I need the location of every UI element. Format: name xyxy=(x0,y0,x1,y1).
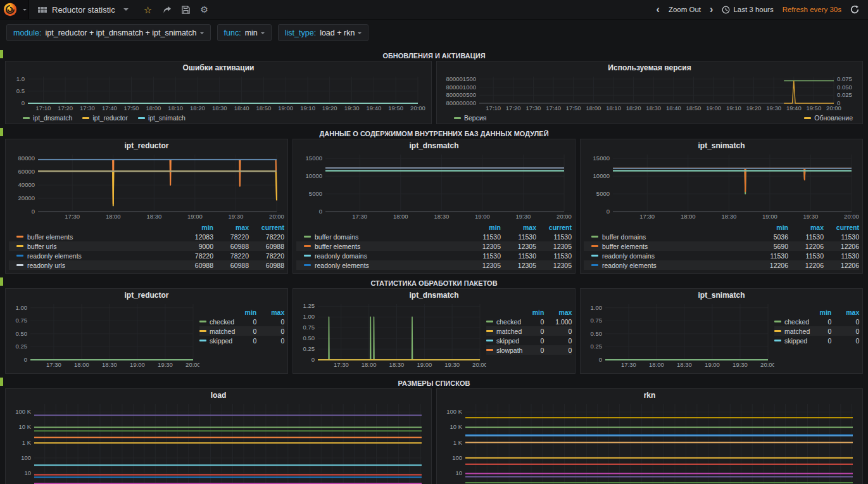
legend-item-label[interactable]: buffer domains xyxy=(296,233,465,241)
row-header-3[interactable]: РАЗМЕРЫ СПИСКОВ xyxy=(5,377,863,386)
legend-col-max[interactable]: max xyxy=(256,309,284,316)
legend-col-current[interactable]: current xyxy=(249,224,284,231)
legend-col-min[interactable]: min xyxy=(753,224,788,231)
legend-item-label[interactable]: checked xyxy=(486,318,522,326)
svg-text:18:30: 18:30 xyxy=(102,361,117,368)
dashboard-selector[interactable]: Reductor statistic xyxy=(29,0,137,19)
chart[interactable]: 1.251.000.750.500.25017:3018:0018:3019:0… xyxy=(296,301,486,369)
variable-list_type[interactable]: list_type:load + rkn xyxy=(278,24,369,41)
legend-item-label[interactable]: readonly domains xyxy=(296,252,465,260)
star-icon[interactable]: ☆ xyxy=(144,5,152,15)
svg-text:19:10: 19:10 xyxy=(726,105,741,111)
row-header-0[interactable]: ОБНОВЛЕНИЯ И АКТИВАЦИЯ xyxy=(5,49,863,59)
panel-title[interactable]: rkn xyxy=(440,390,859,401)
share-icon[interactable] xyxy=(162,6,172,14)
legend-col-min[interactable]: min xyxy=(178,224,213,231)
legend-item-label[interactable]: readonly domains xyxy=(584,252,753,260)
legend-col-current[interactable]: current xyxy=(536,224,572,231)
chart-canvas[interactable]: 1.000.750.500.25017:3018:0018:3019:0019:… xyxy=(9,301,199,369)
panel-title[interactable]: Используемая версия xyxy=(440,63,859,73)
sidemenu-toggle[interactable] xyxy=(0,0,29,19)
legend-item-label[interactable]: buffer elements xyxy=(296,243,465,250)
gear-icon[interactable]: ⚙ xyxy=(200,5,208,14)
legend-item-label[interactable]: readonly elements xyxy=(9,252,178,260)
zoom-out-button[interactable]: Zoom Out xyxy=(669,6,701,13)
svg-text:60000: 60000 xyxy=(18,168,35,175)
chart[interactable]: 1.00.5017:1017:2017:3017:4017:5018:0018:… xyxy=(9,73,428,113)
legend-swatch xyxy=(486,330,493,332)
panel-title[interactable]: ipt_snimatch xyxy=(584,290,859,301)
legend-item-label[interactable]: matched xyxy=(774,328,810,335)
chart-canvas[interactable]: 15000100005000017:3018:0018:3019:0019:30… xyxy=(296,151,572,221)
legend-item-label[interactable]: skipped xyxy=(774,337,810,345)
legend-item-label[interactable]: checked xyxy=(774,318,810,326)
legend-item-label[interactable]: readonly elements xyxy=(584,262,753,269)
panel-title[interactable]: ipt_dnsmatch xyxy=(296,141,572,151)
legend-item-label[interactable]: readonly elements xyxy=(296,262,465,269)
legend-col-max[interactable]: max xyxy=(213,224,249,231)
refresh-icon[interactable] xyxy=(850,5,859,14)
chart[interactable]: 15000100005000017:3018:0018:3019:0019:30… xyxy=(584,151,859,221)
row-header-2[interactable]: СТАТИСТИКА ОБРАБОТКИ ПАКЕТОВ xyxy=(5,277,863,286)
chart-canvas[interactable]: 80000600004000020000017:3018:0018:3019:0… xyxy=(9,151,284,221)
legend-value: 11530 xyxy=(501,233,536,241)
chart[interactable]: 100 K10 K1 K10010117:3018:0018:3019:0019… xyxy=(9,401,428,484)
panel-title[interactable]: ipt_reductor xyxy=(9,290,284,301)
legend-item-label[interactable]: slowpath xyxy=(486,347,522,354)
legend-col-min[interactable]: min xyxy=(235,309,256,316)
chart[interactable]: 8000015008000010008000005008000000000.07… xyxy=(440,73,859,113)
legend-col-min[interactable]: min xyxy=(465,224,501,231)
panel-title[interactable]: ipt_dnsmatch xyxy=(296,290,572,301)
chart-canvas[interactable]: 1.00.5017:1017:2017:3017:4017:5018:0018:… xyxy=(9,73,428,113)
legend-col-max[interactable]: max xyxy=(831,309,859,316)
svg-text:20:00: 20:00 xyxy=(472,361,486,368)
chart[interactable]: 100 K10 K1 K10010117:3018:0018:3019:0019… xyxy=(440,401,859,484)
chart-canvas[interactable]: 1.000.750.500.25017:3018:0018:3019:0019:… xyxy=(584,301,774,369)
legend-item-label[interactable]: matched xyxy=(199,328,235,335)
legend-col-max[interactable]: max xyxy=(788,224,824,231)
legend-item-label[interactable]: buffer elements xyxy=(9,233,178,241)
chart-canvas[interactable]: 8000015008000010008000005008000000000.07… xyxy=(440,73,859,113)
chart-canvas[interactable]: 15000100005000017:3018:0018:3019:0019:30… xyxy=(584,151,859,221)
legend-item[interactable]: ipt_dnsmatch xyxy=(23,114,72,122)
legend-item[interactable]: Версия xyxy=(454,114,486,122)
legend-col-current[interactable]: current xyxy=(824,224,859,231)
legend-item-label[interactable]: skipped xyxy=(199,337,235,345)
legend-series-name: ipt_reductor xyxy=(92,114,127,122)
time-back-icon[interactable]: ‹ xyxy=(657,4,660,15)
chart[interactable]: 15000100005000017:3018:0018:3019:0019:30… xyxy=(296,151,572,221)
time-forward-icon[interactable]: › xyxy=(710,4,713,15)
panel-title[interactable]: load xyxy=(9,390,428,401)
legend-item-label[interactable]: buffer elements xyxy=(584,243,753,250)
legend-col-max[interactable]: max xyxy=(501,224,536,231)
legend-item-label[interactable]: matched xyxy=(486,328,522,335)
variable-module[interactable]: module:ipt_reductor + ipt_dnsmatch + ipt… xyxy=(6,24,211,41)
legend-item[interactable]: Обновление xyxy=(804,114,853,122)
refresh-interval-button[interactable]: Refresh every 30s xyxy=(783,6,841,13)
legend-item[interactable]: ipt_snimatch xyxy=(138,114,186,122)
chart-canvas[interactable]: 100 K10 K1 K10010117:3018:0018:3019:0019… xyxy=(9,401,428,484)
panel-title[interactable]: ipt_snimatch xyxy=(584,141,859,151)
panel-title[interactable]: Ошибки активации xyxy=(9,63,428,73)
chart[interactable]: 1.000.750.500.25017:3018:0018:3019:0019:… xyxy=(9,301,199,369)
chart[interactable]: 80000600004000020000017:3018:0018:3019:0… xyxy=(9,151,284,221)
legend-item-label[interactable]: buffer domains xyxy=(584,233,753,241)
legend-item-label[interactable]: checked xyxy=(199,318,235,326)
legend-item-label[interactable]: buffer urls xyxy=(9,243,178,250)
legend-item-label[interactable]: skipped xyxy=(486,337,522,345)
chart-canvas[interactable]: 100 K10 K1 K10010117:3018:0018:3019:0019… xyxy=(440,401,859,484)
chart-canvas[interactable]: 1.251.000.750.500.25017:3018:0018:3019:0… xyxy=(296,301,486,369)
panel-title[interactable]: ipt_reductor xyxy=(9,141,284,151)
row-header-1[interactable]: ДАННЫЕ О СОДЕРЖИМОМ ВНУТРЕННИХ БАЗ ДАННЫ… xyxy=(5,127,863,137)
legend-col-max[interactable]: max xyxy=(544,309,572,316)
svg-text:0: 0 xyxy=(599,356,602,363)
save-icon[interactable] xyxy=(182,6,190,14)
time-range-picker[interactable]: Last 3 hours xyxy=(722,6,773,14)
legend-item[interactable]: ipt_reductor xyxy=(82,114,127,122)
legend-item-label[interactable]: readonly urls xyxy=(9,262,178,269)
legend-col-min[interactable]: min xyxy=(522,309,544,316)
legend-series-name: checked xyxy=(210,318,234,326)
variable-func[interactable]: func:min xyxy=(217,24,272,41)
legend-col-min[interactable]: min xyxy=(810,309,831,316)
chart[interactable]: 1.000.750.500.25017:3018:0018:3019:0019:… xyxy=(584,301,774,369)
